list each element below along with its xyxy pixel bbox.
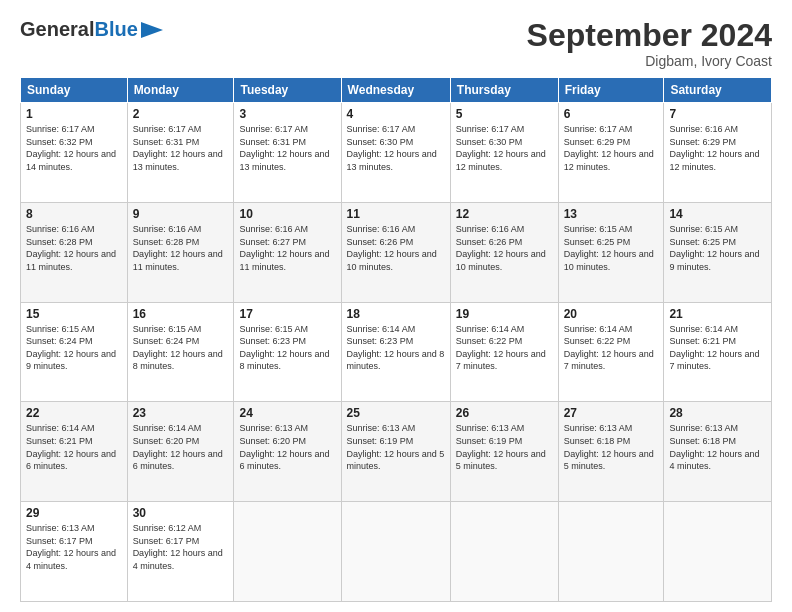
- calendar-cell: 24Sunrise: 6:13 AMSunset: 6:20 PMDayligh…: [234, 402, 341, 502]
- day-number: 7: [669, 107, 766, 121]
- logo-arrow-icon: [141, 22, 163, 38]
- day-content: Sunrise: 6:16 AMSunset: 6:29 PMDaylight:…: [669, 123, 766, 173]
- logo: General Blue: [20, 18, 163, 41]
- day-content: Sunrise: 6:15 AMSunset: 6:25 PMDaylight:…: [564, 223, 659, 273]
- calendar-header-friday: Friday: [558, 78, 664, 103]
- day-number: 20: [564, 307, 659, 321]
- calendar-week-row-5: 29Sunrise: 6:13 AMSunset: 6:17 PMDayligh…: [21, 502, 772, 602]
- calendar-cell: 15Sunrise: 6:15 AMSunset: 6:24 PMDayligh…: [21, 302, 128, 402]
- calendar-cell: 13Sunrise: 6:15 AMSunset: 6:25 PMDayligh…: [558, 202, 664, 302]
- calendar-cell: 30Sunrise: 6:12 AMSunset: 6:17 PMDayligh…: [127, 502, 234, 602]
- calendar-header-saturday: Saturday: [664, 78, 772, 103]
- calendar-header-monday: Monday: [127, 78, 234, 103]
- calendar-cell: 3Sunrise: 6:17 AMSunset: 6:31 PMDaylight…: [234, 103, 341, 203]
- day-content: Sunrise: 6:17 AMSunset: 6:30 PMDaylight:…: [456, 123, 553, 173]
- day-content: Sunrise: 6:15 AMSunset: 6:25 PMDaylight:…: [669, 223, 766, 273]
- day-content: Sunrise: 6:17 AMSunset: 6:29 PMDaylight:…: [564, 123, 659, 173]
- day-number: 14: [669, 207, 766, 221]
- day-content: Sunrise: 6:17 AMSunset: 6:31 PMDaylight:…: [133, 123, 229, 173]
- calendar-cell: 6Sunrise: 6:17 AMSunset: 6:29 PMDaylight…: [558, 103, 664, 203]
- day-number: 11: [347, 207, 445, 221]
- calendar-cell: 14Sunrise: 6:15 AMSunset: 6:25 PMDayligh…: [664, 202, 772, 302]
- day-number: 29: [26, 506, 122, 520]
- day-number: 30: [133, 506, 229, 520]
- day-number: 27: [564, 406, 659, 420]
- calendar-cell: 19Sunrise: 6:14 AMSunset: 6:22 PMDayligh…: [450, 302, 558, 402]
- day-content: Sunrise: 6:16 AMSunset: 6:28 PMDaylight:…: [26, 223, 122, 273]
- day-content: Sunrise: 6:12 AMSunset: 6:17 PMDaylight:…: [133, 522, 229, 572]
- day-content: Sunrise: 6:13 AMSunset: 6:19 PMDaylight:…: [347, 422, 445, 472]
- calendar-cell: 17Sunrise: 6:15 AMSunset: 6:23 PMDayligh…: [234, 302, 341, 402]
- calendar-cell: 9Sunrise: 6:16 AMSunset: 6:28 PMDaylight…: [127, 202, 234, 302]
- calendar-cell: 23Sunrise: 6:14 AMSunset: 6:20 PMDayligh…: [127, 402, 234, 502]
- day-number: 25: [347, 406, 445, 420]
- day-content: Sunrise: 6:17 AMSunset: 6:31 PMDaylight:…: [239, 123, 335, 173]
- calendar-week-row-1: 1Sunrise: 6:17 AMSunset: 6:32 PMDaylight…: [21, 103, 772, 203]
- day-content: Sunrise: 6:15 AMSunset: 6:24 PMDaylight:…: [26, 323, 122, 373]
- calendar-week-row-4: 22Sunrise: 6:14 AMSunset: 6:21 PMDayligh…: [21, 402, 772, 502]
- day-content: Sunrise: 6:16 AMSunset: 6:26 PMDaylight:…: [456, 223, 553, 273]
- day-number: 22: [26, 406, 122, 420]
- day-content: Sunrise: 6:15 AMSunset: 6:23 PMDaylight:…: [239, 323, 335, 373]
- calendar-header-thursday: Thursday: [450, 78, 558, 103]
- day-number: 1: [26, 107, 122, 121]
- logo-general: General: [20, 18, 94, 41]
- day-content: Sunrise: 6:14 AMSunset: 6:23 PMDaylight:…: [347, 323, 445, 373]
- day-content: Sunrise: 6:14 AMSunset: 6:21 PMDaylight:…: [26, 422, 122, 472]
- calendar-cell: 26Sunrise: 6:13 AMSunset: 6:19 PMDayligh…: [450, 402, 558, 502]
- calendar-cell: 16Sunrise: 6:15 AMSunset: 6:24 PMDayligh…: [127, 302, 234, 402]
- calendar-cell: 29Sunrise: 6:13 AMSunset: 6:17 PMDayligh…: [21, 502, 128, 602]
- day-number: 4: [347, 107, 445, 121]
- day-content: Sunrise: 6:14 AMSunset: 6:22 PMDaylight:…: [456, 323, 553, 373]
- day-content: Sunrise: 6:16 AMSunset: 6:26 PMDaylight:…: [347, 223, 445, 273]
- day-content: Sunrise: 6:14 AMSunset: 6:22 PMDaylight:…: [564, 323, 659, 373]
- day-number: 6: [564, 107, 659, 121]
- calendar-cell: [558, 502, 664, 602]
- day-number: 8: [26, 207, 122, 221]
- day-content: Sunrise: 6:13 AMSunset: 6:20 PMDaylight:…: [239, 422, 335, 472]
- calendar-cell: 12Sunrise: 6:16 AMSunset: 6:26 PMDayligh…: [450, 202, 558, 302]
- day-number: 5: [456, 107, 553, 121]
- day-number: 15: [26, 307, 122, 321]
- month-title: September 2024: [527, 18, 772, 53]
- day-number: 2: [133, 107, 229, 121]
- calendar-cell: 7Sunrise: 6:16 AMSunset: 6:29 PMDaylight…: [664, 103, 772, 203]
- logo-blue-text: Blue: [94, 18, 137, 41]
- calendar-cell: 8Sunrise: 6:16 AMSunset: 6:28 PMDaylight…: [21, 202, 128, 302]
- calendar-cell: [341, 502, 450, 602]
- calendar-cell: [234, 502, 341, 602]
- calendar-cell: 28Sunrise: 6:13 AMSunset: 6:18 PMDayligh…: [664, 402, 772, 502]
- calendar-header-tuesday: Tuesday: [234, 78, 341, 103]
- calendar-week-row-2: 8Sunrise: 6:16 AMSunset: 6:28 PMDaylight…: [21, 202, 772, 302]
- calendar-cell: 18Sunrise: 6:14 AMSunset: 6:23 PMDayligh…: [341, 302, 450, 402]
- day-content: Sunrise: 6:16 AMSunset: 6:28 PMDaylight:…: [133, 223, 229, 273]
- day-number: 13: [564, 207, 659, 221]
- calendar-week-row-3: 15Sunrise: 6:15 AMSunset: 6:24 PMDayligh…: [21, 302, 772, 402]
- calendar-table: SundayMondayTuesdayWednesdayThursdayFrid…: [20, 77, 772, 602]
- day-content: Sunrise: 6:15 AMSunset: 6:24 PMDaylight:…: [133, 323, 229, 373]
- day-content: Sunrise: 6:13 AMSunset: 6:18 PMDaylight:…: [669, 422, 766, 472]
- title-block: September 2024 Digbam, Ivory Coast: [527, 18, 772, 69]
- day-number: 19: [456, 307, 553, 321]
- day-number: 23: [133, 406, 229, 420]
- page: General Blue September 2024 Digbam, Ivor…: [0, 0, 792, 612]
- calendar-cell: 4Sunrise: 6:17 AMSunset: 6:30 PMDaylight…: [341, 103, 450, 203]
- day-content: Sunrise: 6:17 AMSunset: 6:32 PMDaylight:…: [26, 123, 122, 173]
- day-content: Sunrise: 6:13 AMSunset: 6:18 PMDaylight:…: [564, 422, 659, 472]
- calendar-cell: 21Sunrise: 6:14 AMSunset: 6:21 PMDayligh…: [664, 302, 772, 402]
- day-number: 28: [669, 406, 766, 420]
- header: General Blue September 2024 Digbam, Ivor…: [20, 18, 772, 69]
- calendar-cell: [450, 502, 558, 602]
- day-number: 3: [239, 107, 335, 121]
- day-number: 18: [347, 307, 445, 321]
- calendar-cell: 25Sunrise: 6:13 AMSunset: 6:19 PMDayligh…: [341, 402, 450, 502]
- calendar-header-row: SundayMondayTuesdayWednesdayThursdayFrid…: [21, 78, 772, 103]
- day-number: 21: [669, 307, 766, 321]
- day-number: 17: [239, 307, 335, 321]
- calendar-cell: 27Sunrise: 6:13 AMSunset: 6:18 PMDayligh…: [558, 402, 664, 502]
- day-content: Sunrise: 6:14 AMSunset: 6:20 PMDaylight:…: [133, 422, 229, 472]
- calendar-cell: 5Sunrise: 6:17 AMSunset: 6:30 PMDaylight…: [450, 103, 558, 203]
- day-content: Sunrise: 6:13 AMSunset: 6:19 PMDaylight:…: [456, 422, 553, 472]
- calendar-cell: 20Sunrise: 6:14 AMSunset: 6:22 PMDayligh…: [558, 302, 664, 402]
- calendar-header-sunday: Sunday: [21, 78, 128, 103]
